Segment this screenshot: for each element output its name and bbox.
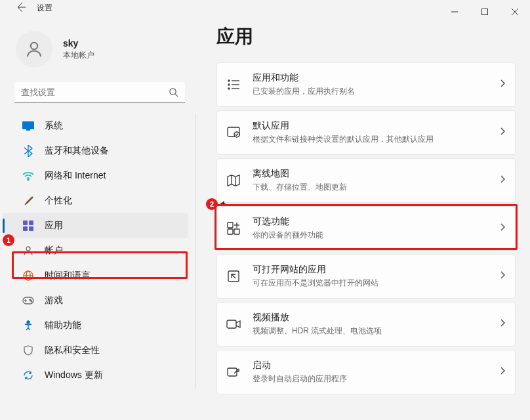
svg-rect-1 (482, 9, 488, 15)
card-video-playback[interactable]: 视频播放 视频调整、HDR 流式处理、电池选项 (216, 302, 516, 346)
shield-icon (22, 345, 34, 356)
sidebar-item-windows-update[interactable]: Windows 更新 (3, 363, 188, 388)
svg-rect-10 (23, 220, 28, 225)
optional-features-icon (226, 221, 241, 236)
video-icon (226, 317, 241, 331)
search-input[interactable] (14, 82, 185, 103)
system-icon (22, 120, 34, 132)
accessibility-icon (22, 320, 34, 331)
list-icon (226, 77, 241, 92)
sidebar-item-label: Windows 更新 (45, 369, 103, 381)
svg-rect-32 (228, 222, 233, 228)
card-subtitle: 已安装的应用，应用执行别名 (253, 86, 487, 97)
update-icon (22, 369, 34, 381)
user-name: sky (63, 38, 94, 49)
chevron-right-icon (499, 127, 506, 138)
card-subtitle: 根据文件和链接种类设置的默认应用，其他默认应用 (253, 134, 487, 145)
sidebar-item-accounts[interactable]: 帐户 (3, 238, 188, 263)
main: 应用 应用和功能 已安装的应用，应用执行别名 默认应用 根据文件和链接种类设置的… (197, 18, 530, 398)
svg-rect-13 (29, 226, 33, 231)
svg-point-9 (28, 179, 29, 180)
page-title: 应用 (216, 24, 516, 49)
sidebar-item-time-language[interactable]: 时间和语言 (3, 263, 188, 288)
apps-icon (22, 220, 34, 232)
nav: 系统 蓝牙和其他设备 网络和 Internet 个性化 应用 帐户 (0, 114, 195, 388)
annotation-badge-1: 1 (3, 234, 14, 246)
game-icon (22, 295, 34, 306)
avatar (16, 31, 52, 68)
svg-rect-7 (22, 121, 34, 129)
card-offline-maps[interactable]: 离线地图 下载、存储位置、地图更新 (216, 158, 516, 203)
sidebar-item-label: 个性化 (45, 195, 72, 207)
card-title: 视频播放 (253, 312, 487, 324)
chevron-right-icon (499, 175, 506, 186)
card-title: 应用和功能 (253, 72, 487, 84)
svg-point-22 (31, 301, 32, 302)
card-subtitle: 登录时自动启动的应用程序 (253, 373, 487, 385)
sidebar-item-bluetooth[interactable]: 蓝牙和其他设备 (3, 138, 188, 163)
sidebar-item-label: 时间和语言 (45, 270, 91, 282)
svg-point-14 (26, 247, 30, 251)
card-apps-features[interactable]: 应用和功能 已安装的应用，应用执行别名 (216, 62, 516, 107)
user-block[interactable]: sky 本地帐户 (0, 26, 197, 79)
chevron-right-icon (499, 79, 506, 91)
sidebar-item-label: 系统 (45, 120, 63, 132)
sidebar-item-label: 辅助功能 (45, 320, 81, 331)
chevron-right-icon (499, 222, 506, 234)
chevron-right-icon (499, 270, 506, 282)
sidebar-item-system[interactable]: 系统 (3, 114, 188, 138)
card-subtitle: 视频调整、HDR 流式处理、电池选项 (253, 326, 487, 337)
svg-point-24 (228, 80, 230, 81)
sidebar-item-label: 帐户 (45, 245, 63, 257)
sidebar-item-personalization[interactable]: 个性化 (3, 188, 188, 213)
card-subtitle: 你的设备的额外功能 (253, 230, 487, 241)
svg-rect-33 (228, 229, 233, 234)
sidebar-item-network[interactable]: 网络和 Internet (3, 163, 188, 188)
sidebar-item-apps[interactable]: 应用 (3, 213, 188, 238)
svg-rect-38 (227, 320, 236, 328)
search-icon (169, 87, 178, 100)
svg-line-6 (175, 94, 178, 96)
website-apps-icon (226, 269, 241, 284)
card-startup[interactable]: 启动 登录时自动启动的应用程序 (216, 350, 516, 394)
card-title: 默认应用 (253, 120, 487, 132)
chevron-right-icon (499, 318, 506, 330)
back-button[interactable] (14, 1, 28, 14)
chevron-right-icon (499, 366, 506, 378)
bluetooth-icon (22, 145, 34, 157)
brush-icon (22, 195, 34, 207)
card-subtitle: 下载、存储位置、地图更新 (253, 182, 487, 193)
sidebar-item-label: 蓝牙和其他设备 (45, 145, 109, 157)
svg-point-28 (228, 88, 230, 89)
card-title: 离线地图 (253, 168, 487, 180)
sidebar-item-label: 游戏 (45, 295, 63, 306)
startup-icon (226, 365, 241, 379)
sidebar-item-gaming[interactable]: 游戏 (3, 288, 188, 313)
card-title: 可选功能 (253, 216, 487, 228)
user-subtitle: 本地帐户 (63, 50, 94, 61)
map-icon (226, 173, 241, 188)
app-title: 设置 (37, 3, 52, 14)
card-default-apps[interactable]: 默认应用 根据文件和链接种类设置的默认应用，其他默认应用 (216, 110, 516, 155)
svg-rect-34 (234, 229, 239, 234)
globe-icon (22, 270, 34, 282)
account-icon (22, 245, 34, 257)
default-apps-icon (226, 125, 241, 140)
sidebar-item-privacy[interactable]: 隐私和安全性 (3, 338, 188, 363)
svg-point-26 (228, 84, 230, 85)
card-title: 启动 (253, 360, 487, 371)
sidebar-item-label: 网络和 Internet (45, 170, 106, 182)
sidebar-item-label: 隐私和安全性 (45, 345, 100, 356)
svg-rect-8 (26, 129, 30, 131)
svg-point-21 (30, 299, 31, 301)
card-optional-features[interactable]: 可选功能 你的设备的额外功能 (216, 206, 516, 251)
card-apps-for-websites[interactable]: 可打开网站的应用 可在应用而不是浏览器中打开的网站 (216, 254, 516, 299)
svg-rect-12 (23, 226, 28, 231)
card-title: 可打开网站的应用 (253, 264, 487, 276)
sidebar-item-label: 应用 (45, 220, 63, 232)
card-subtitle: 可在应用而不是浏览器中打开的网站 (253, 278, 487, 289)
sidebar-item-accessibility[interactable]: 辅助功能 (3, 313, 188, 338)
svg-point-5 (170, 89, 176, 94)
svg-point-4 (31, 43, 38, 50)
svg-rect-11 (29, 220, 33, 225)
